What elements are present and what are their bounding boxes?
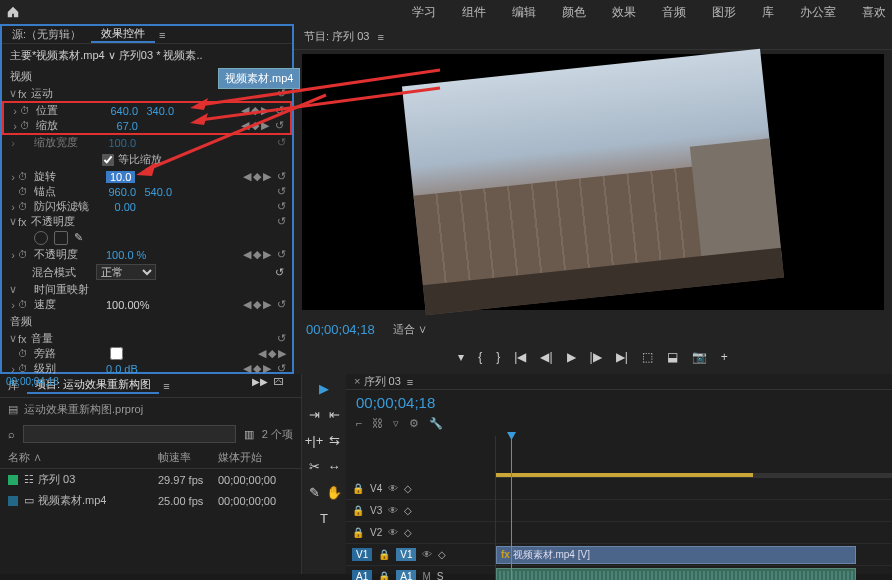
export-icon[interactable]: ⮹ bbox=[274, 376, 284, 387]
solo-icon[interactable]: S bbox=[437, 571, 444, 580]
program-viewer[interactable] bbox=[302, 54, 884, 310]
prev-keyframe-icon[interactable]: ◀ bbox=[243, 170, 251, 183]
add-keyframe-icon[interactable]: ◆ bbox=[253, 362, 261, 375]
workspace-library[interactable]: 库 bbox=[762, 4, 774, 21]
toggle-sync-icon[interactable]: ◇ bbox=[438, 549, 446, 560]
panel-menu-icon[interactable]: ≡ bbox=[377, 31, 383, 43]
step-back-icon[interactable]: ◀| bbox=[540, 350, 552, 364]
loop-icon[interactable]: ▶▶ bbox=[252, 376, 268, 387]
lock-icon[interactable]: 🔒 bbox=[352, 483, 364, 494]
play-icon[interactable]: ▶ bbox=[567, 350, 576, 364]
reset-icon[interactable]: ↺ bbox=[275, 119, 284, 132]
workspace-graphics[interactable]: 图形 bbox=[712, 4, 736, 21]
track-header-v4[interactable]: 🔒V4👁◇ bbox=[346, 478, 495, 500]
stopwatch-icon[interactable]: ⏱ bbox=[20, 105, 34, 116]
workspace-favorite[interactable]: 喜欢 bbox=[862, 4, 886, 21]
program-timecode[interactable]: 00;00;04;18 bbox=[306, 322, 375, 337]
pen-mask-icon[interactable]: ✎ bbox=[74, 231, 88, 245]
timeline-ruler[interactable] bbox=[496, 436, 892, 478]
reset-icon[interactable]: ↺ bbox=[275, 104, 284, 117]
slip-tool-icon[interactable]: ↔ bbox=[326, 458, 342, 474]
stopwatch-icon[interactable]: ⏱ bbox=[18, 186, 32, 197]
add-keyframe-icon[interactable]: ◆ bbox=[253, 170, 261, 183]
opacity-value[interactable]: 100.0 % bbox=[106, 249, 152, 261]
workspace-audio[interactable]: 音频 bbox=[662, 4, 686, 21]
stopwatch-icon[interactable]: ⏱ bbox=[18, 363, 32, 374]
button-editor-icon[interactable]: + bbox=[721, 350, 728, 364]
next-keyframe-icon[interactable]: ▶ bbox=[261, 104, 269, 117]
level-value[interactable]: 0.0 dB bbox=[106, 363, 144, 375]
timeline-track-area[interactable]: fx 视频素材.mp4 [V] bbox=[496, 436, 892, 580]
lift-icon[interactable]: ⬚ bbox=[642, 350, 653, 364]
stopwatch-icon[interactable]: ⏱ bbox=[18, 348, 32, 359]
fx-timeremap-header[interactable]: ∨ 时间重映射 bbox=[2, 282, 292, 297]
track-select-fwd-icon[interactable]: ⇥ bbox=[306, 406, 322, 422]
blend-mode-select[interactable]: 正常 bbox=[96, 264, 156, 280]
add-keyframe-icon[interactable]: ◆ bbox=[268, 347, 276, 360]
rotation-value-input[interactable]: 10.0 bbox=[106, 171, 135, 183]
prev-keyframe-icon[interactable]: ◀ bbox=[241, 119, 249, 132]
source-tab[interactable]: 源:（无剪辑） bbox=[2, 26, 91, 43]
source-patch-v1[interactable]: V1 bbox=[352, 548, 372, 561]
panel-menu-icon[interactable]: ≡ bbox=[159, 29, 165, 41]
col-fps[interactable]: 帧速率 bbox=[158, 450, 218, 465]
fx-opacity-header[interactable]: ∨fx 不透明度 ↺ bbox=[2, 214, 292, 229]
next-keyframe-icon[interactable]: ▶ bbox=[263, 298, 271, 311]
extract-icon[interactable]: ⬓ bbox=[667, 350, 678, 364]
go-out-icon[interactable]: ▶| bbox=[616, 350, 628, 364]
position-y[interactable]: 340.0 bbox=[144, 105, 180, 117]
bin-icon[interactable]: ▥ bbox=[244, 428, 254, 441]
next-keyframe-icon[interactable]: ▶ bbox=[263, 362, 271, 375]
marker-icon[interactable]: ▿ bbox=[393, 417, 399, 430]
timeline-timecode[interactable]: 00;00;04;18 bbox=[346, 390, 892, 415]
reset-icon[interactable]: ↺ bbox=[275, 266, 284, 279]
anchor-x[interactable]: 960.0 bbox=[106, 186, 142, 198]
add-keyframe-icon[interactable]: ◆ bbox=[253, 248, 261, 261]
workspace-learn[interactable]: 学习 bbox=[412, 4, 436, 21]
uniform-scale-checkbox[interactable] bbox=[102, 154, 114, 166]
stopwatch-icon[interactable]: ⏱ bbox=[18, 171, 32, 182]
add-keyframe-icon[interactable]: ◆ bbox=[251, 104, 259, 117]
effect-controls-tab[interactable]: 效果控件 bbox=[91, 26, 155, 43]
workspace-editing[interactable]: 编辑 bbox=[512, 4, 536, 21]
eye-icon[interactable]: 👁 bbox=[388, 527, 398, 538]
prev-keyframe-icon[interactable]: ◀ bbox=[243, 362, 251, 375]
stopwatch-icon[interactable]: ⏱ bbox=[18, 299, 32, 310]
eye-icon[interactable]: 👁 bbox=[388, 505, 398, 516]
workspace-assembly[interactable]: 组件 bbox=[462, 4, 486, 21]
zoom-fit-dropdown[interactable]: 适合 ∨ bbox=[393, 322, 427, 337]
home-icon[interactable] bbox=[6, 5, 20, 19]
ripple-edit-icon[interactable]: +|+ bbox=[306, 432, 322, 448]
toggle-sync-icon[interactable]: ◇ bbox=[404, 483, 412, 494]
position-x[interactable]: 640.0 bbox=[108, 105, 144, 117]
hand-tool-icon[interactable]: ✋ bbox=[326, 484, 342, 500]
linked-selection-icon[interactable]: ⛓ bbox=[372, 417, 383, 430]
pen-tool-icon[interactable]: ✎ bbox=[306, 484, 322, 500]
razor-tool-icon[interactable]: ✂ bbox=[306, 458, 322, 474]
project-item-sequence[interactable]: ☷序列 03 29.97 fps 00;00;00;00 bbox=[0, 469, 301, 490]
next-keyframe-icon[interactable]: ▶ bbox=[278, 347, 286, 360]
reset-icon[interactable]: ↺ bbox=[277, 136, 286, 149]
prev-keyframe-icon[interactable]: ◀ bbox=[241, 104, 249, 117]
stopwatch-icon[interactable]: ⏱ bbox=[18, 201, 32, 212]
lock-icon[interactable]: 🔒 bbox=[378, 571, 390, 580]
eye-icon[interactable]: 👁 bbox=[388, 483, 398, 494]
selection-tool-icon[interactable]: ▶ bbox=[316, 380, 332, 396]
fx-badge-icon[interactable]: fx bbox=[501, 549, 510, 560]
track-select-back-icon[interactable]: ⇤ bbox=[326, 406, 342, 422]
audio-clip[interactable] bbox=[496, 568, 856, 580]
step-forward-icon[interactable]: |▶ bbox=[590, 350, 602, 364]
track-header-v3[interactable]: 🔒V3👁◇ bbox=[346, 500, 495, 522]
ellipse-mask-icon[interactable] bbox=[34, 231, 48, 245]
add-keyframe-icon[interactable]: ◆ bbox=[251, 119, 259, 132]
prev-keyframe-icon[interactable]: ◀ bbox=[243, 298, 251, 311]
track-header-v2[interactable]: 🔒V2👁◇ bbox=[346, 522, 495, 544]
next-keyframe-icon[interactable]: ▶ bbox=[263, 170, 271, 183]
reset-icon[interactable]: ↺ bbox=[277, 215, 286, 228]
workspace-office[interactable]: 办公室 bbox=[800, 4, 836, 21]
col-name[interactable]: 名称 ∧ bbox=[8, 450, 158, 465]
add-marker-icon[interactable]: ▾ bbox=[458, 350, 464, 364]
source-patch-a1[interactable]: A1 bbox=[352, 570, 372, 580]
reset-icon[interactable]: ↺ bbox=[277, 298, 286, 311]
rect-mask-icon[interactable] bbox=[54, 231, 68, 245]
